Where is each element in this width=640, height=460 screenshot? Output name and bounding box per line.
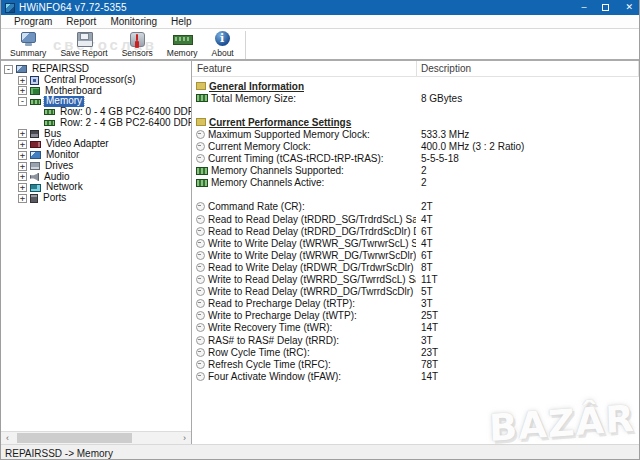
memory-icon — [30, 99, 41, 105]
tree-item-row-2-4-gb-pc2[interactable]: Row: 2 - 4 GB PC2-6400 DDR2-SDRAM U — [1, 118, 191, 129]
toolbar-button-label: Memory — [167, 48, 198, 58]
clock-icon — [196, 299, 205, 308]
tree-item-drives[interactable]: +Drives — [1, 161, 191, 172]
memory-ram-icon — [173, 31, 191, 47]
table-row[interactable]: Current Timing (tCAS-tRCD-tRP-tRAS):5-5-… — [192, 153, 639, 165]
feature-label: Read to Write Delay (tRDWR_DG/TrdwrScDlr… — [208, 262, 416, 273]
audio-icon — [30, 173, 39, 181]
description-value: 400.0 MHz (3 : 2 Ratio) — [416, 141, 524, 152]
column-header-description[interactable]: Description — [417, 63, 638, 74]
table-row[interactable]: General Information — [192, 80, 639, 92]
expand-icon[interactable]: + — [18, 129, 27, 138]
description-value: 8 GBytes — [416, 93, 462, 104]
feature-label: Read to Read Delay (tRDRD_DG/TrdrdScDlr)… — [208, 226, 416, 237]
expand-icon[interactable]: + — [18, 140, 27, 149]
description-value: 6T — [416, 226, 433, 237]
tree-item-row-0-4-gb-pc2[interactable]: Row: 0 - 4 GB PC2-6400 DDR2-SDRAM U — [1, 107, 191, 118]
cpu-icon — [30, 76, 39, 85]
clock-icon — [196, 263, 205, 272]
expand-icon[interactable]: + — [18, 151, 27, 160]
menu-program[interactable]: Program — [7, 16, 59, 28]
table-row[interactable]: Four Activate Window (tFAW):14T — [192, 370, 639, 382]
expand-icon[interactable]: + — [18, 76, 27, 85]
feature-cell: Write to Read Delay (tWRRD_SG/TwrrdScL) … — [196, 274, 416, 285]
close-icon[interactable]: ✕ — [625, 3, 633, 12]
maximize-icon[interactable] — [602, 4, 609, 11]
tree-item-label: REPAIRSSD — [30, 64, 91, 75]
tree-item-monitor[interactable]: +Monitor — [1, 150, 191, 161]
table-row[interactable]: Write to Precharge Delay (tWTP):25T — [192, 310, 639, 322]
expand-icon[interactable]: + — [18, 183, 27, 192]
minimize-icon[interactable]: – — [581, 3, 586, 12]
description-value: 2 — [416, 165, 427, 176]
table-row[interactable]: Memory Channels Active:2 — [192, 177, 639, 189]
toolbar-button-sensors[interactable]: Sensors — [115, 30, 160, 58]
computer-icon — [16, 65, 27, 73]
table-row[interactable]: Maximum Supported Memory Clock:533.3 MHz — [192, 128, 639, 140]
save-report-floppy-icon — [75, 31, 93, 47]
scroll-thumb[interactable] — [17, 433, 132, 443]
table-row[interactable]: Write to Write Delay (tWRWR_DG/TwrwrScDl… — [192, 249, 639, 261]
scroll-left-icon[interactable]: ‹ — [1, 432, 14, 444]
clock-icon — [196, 287, 205, 296]
column-divider[interactable] — [638, 61, 639, 76]
description-value: 23T — [416, 347, 438, 358]
collapse-icon[interactable]: - — [4, 65, 13, 74]
table-row[interactable]: Current Memory Clock:400.0 MHz (3 : 2 Ra… — [192, 140, 639, 152]
table-row[interactable]: Read to Precharge Delay (tRTP):3T — [192, 298, 639, 310]
menu-bar: ProgramReportMonitoringHelp — [1, 15, 639, 29]
description-value: 6T — [416, 250, 433, 261]
expand-icon[interactable]: + — [18, 194, 27, 203]
tree-horizontal-scrollbar[interactable]: ‹ › — [1, 431, 191, 444]
table-row[interactable]: Read to Write Delay (tRDWR_DG/TrdwrScDlr… — [192, 261, 639, 273]
menu-help[interactable]: Help — [164, 16, 199, 28]
toolbar-button-memory[interactable]: Memory — [160, 30, 205, 58]
scroll-right-icon[interactable]: › — [178, 432, 191, 444]
tree-item-label: Network — [44, 182, 85, 193]
table-row[interactable]: Write to Read Delay (tWRRD_DG/TwrrdScDlr… — [192, 286, 639, 298]
tree-item-repairssd[interactable]: -REPAIRSSD — [1, 64, 191, 75]
toolbar-button-save-report[interactable]: Save Report — [53, 30, 114, 58]
tree-item-memory[interactable]: -Memory — [1, 96, 191, 107]
clock-icon — [196, 336, 205, 345]
scroll-track[interactable] — [14, 432, 178, 444]
feature-label: Current Timing (tCAS-tRCD-tRP-tRAS): — [208, 153, 384, 164]
expand-icon[interactable]: + — [18, 172, 27, 181]
table-row[interactable]: Current Performance Settings — [192, 116, 639, 128]
details-panel: Feature Description General InformationT… — [192, 61, 639, 444]
menu-report[interactable]: Report — [59, 16, 103, 28]
tree-item-label: Audio — [42, 172, 72, 183]
clock-icon — [196, 372, 205, 381]
collapse-icon[interactable]: - — [18, 97, 27, 106]
feature-cell: Current Timing (tCAS-tRCD-tRP-tRAS): — [196, 153, 416, 164]
table-row[interactable]: Read to Read Delay (tRDRD_SG/TrdrdScL) S… — [192, 213, 639, 225]
tree-item-motherboard[interactable]: +Motherboard — [1, 86, 191, 97]
tree-item-label: Row: 2 - 4 GB PC2-6400 DDR2-SDRAM U — [58, 118, 191, 129]
tree-item-bus[interactable]: +Bus — [1, 129, 191, 140]
tree-item-network[interactable]: +Network — [1, 182, 191, 193]
table-row[interactable]: Write to Write Delay (tWRWR_SG/TwrwrScL)… — [192, 237, 639, 249]
table-row[interactable]: Read to Read Delay (tRDRD_DG/TrdrdScDlr)… — [192, 225, 639, 237]
expand-icon[interactable]: + — [18, 162, 27, 171]
menu-monitoring[interactable]: Monitoring — [103, 16, 164, 28]
toolbar-button-about[interactable]: About — [205, 30, 241, 58]
tree-item-ports[interactable]: +Ports — [1, 193, 191, 204]
tree-item-central-processor[interactable]: +Central Processor(s) — [1, 75, 191, 86]
drives-icon — [30, 162, 40, 170]
table-row[interactable]: Total Memory Size:8 GBytes — [192, 92, 639, 104]
tree-item-audio[interactable]: +Audio — [1, 172, 191, 183]
toolbar-separator — [245, 31, 246, 59]
title-bar[interactable]: HWiNFO64 v7.72-5355 – ✕ — [1, 0, 639, 15]
feature-cell: Current Memory Clock: — [196, 141, 416, 152]
table-row[interactable]: Row Cycle Time (tRC):23T — [192, 346, 639, 358]
table-row[interactable]: Write to Read Delay (tWRRD_SG/TwrrdScL) … — [192, 274, 639, 286]
table-row[interactable]: Memory Channels Supported:2 — [192, 165, 639, 177]
column-header-feature[interactable]: Feature — [192, 63, 416, 74]
expand-icon[interactable]: + — [18, 86, 27, 95]
toolbar-button-summary[interactable]: Summary — [3, 30, 53, 58]
table-row[interactable]: Refresh Cycle Time (tRFC):78T — [192, 358, 639, 370]
table-row[interactable]: Command Rate (CR):2T — [192, 201, 639, 213]
table-row[interactable]: RAS# to RAS# Delay (tRRD):3T — [192, 334, 639, 346]
table-row[interactable]: Write Recovery Time (tWR):14T — [192, 322, 639, 334]
tree-item-video-adapter[interactable]: +Video Adapter — [1, 139, 191, 150]
